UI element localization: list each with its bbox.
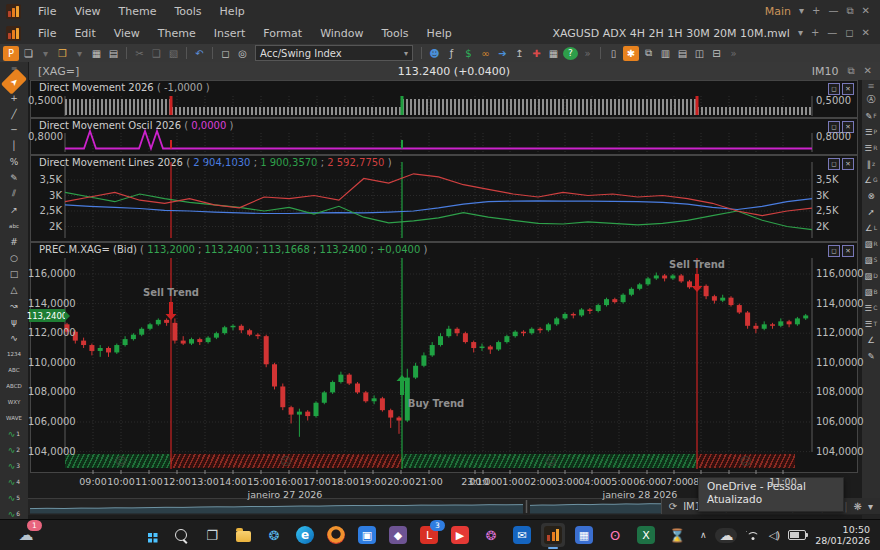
fibonacci-tool[interactable]: ✎F xyxy=(863,108,879,123)
menu-help[interactable]: Help xyxy=(418,24,461,43)
refresh-icon[interactable]: ⟳ xyxy=(669,501,677,512)
zigzag-4-tool[interactable]: ∿4 xyxy=(3,474,25,489)
onedrive-cloud-icon[interactable]: ☁ xyxy=(715,528,737,543)
wave-count-tool[interactable]: WAVE xyxy=(3,410,25,425)
wifi-icon[interactable] xyxy=(746,531,759,540)
fib-projection-tool[interactable]: ☰P xyxy=(863,124,879,139)
menu-file[interactable]: File xyxy=(29,24,65,43)
rows-icon[interactable]: ▤ xyxy=(675,46,690,61)
menu-theme[interactable]: Theme xyxy=(149,24,205,43)
indicator-panel-lines[interactable]: Direct Movement Lines 2026 ( 2 904,1030 … xyxy=(30,155,858,242)
menu-tools[interactable]: Tools xyxy=(373,24,418,43)
excel-icon[interactable]: X xyxy=(634,523,658,547)
vertical-line-tool[interactable]: │ xyxy=(3,138,25,153)
trend-arrow-tool[interactable]: ➚ xyxy=(863,204,879,219)
paste-icon[interactable]: ▧ xyxy=(166,46,181,61)
pane-maximize-button[interactable]: ◻ xyxy=(828,83,840,95)
trading-app-icon[interactable] xyxy=(541,523,565,547)
doc-close-button[interactable]: ✕ xyxy=(862,28,870,38)
menu-help[interactable]: Help xyxy=(211,2,254,21)
user-icon[interactable]: ☻ xyxy=(427,46,442,61)
cut-icon[interactable]: ✂ xyxy=(132,46,147,61)
zigzag-3-tool[interactable]: ∿3 xyxy=(3,458,25,473)
numbers-wave-tool[interactable]: 1234 xyxy=(3,346,25,361)
undo-icon[interactable]: ↶ xyxy=(192,46,207,61)
chevron-down-icon[interactable]: ▾ xyxy=(799,6,804,16)
rectangle-tool[interactable]: □ xyxy=(3,266,25,281)
horizontal-line-tool[interactable]: ─ xyxy=(3,122,25,137)
arrow-icon[interactable]: ➔ xyxy=(495,46,510,61)
indicator-combo[interactable]: Acc/Swing Index▾ xyxy=(255,45,413,61)
browser-ring-icon[interactable] xyxy=(324,523,348,547)
add-window-button[interactable]: + xyxy=(812,6,820,16)
pane-close-button[interactable]: ✕ xyxy=(842,158,854,170)
layers-icon[interactable]: ⧉ xyxy=(641,46,656,61)
ray-tool[interactable]: ↗ xyxy=(3,202,25,217)
shield-app-icon[interactable]: ◆ xyxy=(386,523,410,547)
table-icon[interactable]: ▦ xyxy=(546,46,561,61)
print-icon[interactable]: ▤ xyxy=(106,46,121,61)
abcd-wave-tool[interactable]: ABCD xyxy=(3,378,25,393)
pencil-tool[interactable]: ✎ xyxy=(3,170,25,185)
menu-view[interactable]: View xyxy=(65,2,109,21)
edit-tool[interactable]: ✎ xyxy=(863,348,879,363)
close-button[interactable]: ✕ xyxy=(862,6,870,16)
ellipse-tool[interactable]: ○ xyxy=(3,250,25,265)
columns-icon[interactable]: ▥ xyxy=(658,46,673,61)
minimize-button[interactable]: — xyxy=(828,6,838,16)
pane-maximize-button[interactable]: ◻ xyxy=(828,245,840,257)
gear-icon[interactable]: ✱ xyxy=(623,46,639,61)
zone-channel-tool[interactable]: ∥z xyxy=(863,156,879,171)
target-icon[interactable]: ✚ xyxy=(529,46,544,61)
edge-browser-icon[interactable]: e xyxy=(293,523,317,547)
instrument-picker[interactable]: P xyxy=(3,46,19,61)
percent-line-tool[interactable]: % xyxy=(3,154,25,169)
search-button-icon[interactable] xyxy=(169,523,193,547)
calculator-app-icon[interactable]: ▦ xyxy=(572,523,596,547)
hatch-s-tool[interactable]: ▨S xyxy=(863,252,879,267)
onedrive-tray-icon[interactable]: ☁ 1 xyxy=(14,523,38,547)
pane-close-button[interactable]: ✕ xyxy=(864,66,872,76)
cycle-lines-tool[interactable]: ☰C xyxy=(863,300,879,315)
battery-icon[interactable] xyxy=(788,530,806,540)
zigzag-5-tool[interactable]: ∿5 xyxy=(3,490,25,505)
price-panel[interactable]: PREC.M.XAG= (Bid) ( 113,2000 ; 113,2400 … xyxy=(30,242,858,473)
menu-tools[interactable]: Tools xyxy=(165,2,210,21)
chevron-down-icon[interactable]: ▾ xyxy=(798,28,803,38)
doc-maximize-button[interactable]: ◻ xyxy=(845,28,853,38)
hsplit-icon[interactable]: ◫ xyxy=(692,46,707,61)
indicator-panel-direct-movement[interactable]: Direct Movement 2026 ( -1,0000 )◻✕ xyxy=(30,80,858,118)
volume-icon[interactable]: ◁) xyxy=(768,529,779,542)
angle-tool[interactable]: ∠L xyxy=(863,220,879,235)
gann-line-tool[interactable]: ∠G xyxy=(863,172,879,187)
youtube-icon[interactable]: ▶ xyxy=(448,523,472,547)
wxy-wave-tool[interactable]: WXY xyxy=(3,394,25,409)
open-icon[interactable]: ❒ xyxy=(55,46,70,61)
hatch-b-tool[interactable]: ▨B xyxy=(863,284,879,299)
save-icon[interactable]: ▦ xyxy=(89,46,104,61)
copy-icon[interactable]: ❑ xyxy=(149,46,164,61)
more-icon[interactable]: » xyxy=(580,46,595,61)
caret-icon[interactable]: ▾ xyxy=(868,501,873,512)
text-tool[interactable]: abc xyxy=(3,218,25,233)
help-icon[interactable]: ? xyxy=(563,47,578,60)
cycle-tool[interactable]: ∿ xyxy=(3,330,25,345)
binoculars-icon[interactable]: ∞ xyxy=(478,46,493,61)
arrow-tool[interactable]: ↝ xyxy=(3,298,25,313)
menu-edit[interactable]: Edit xyxy=(65,24,104,43)
zoom-doc-icon[interactable]: ◎ xyxy=(235,46,250,61)
dollar-icon[interactable]: $ xyxy=(461,46,476,61)
pane-maximize-button[interactable]: ◻ xyxy=(828,158,840,170)
pane-close-button[interactable]: ✕ xyxy=(842,245,854,257)
menu-format[interactable]: Format xyxy=(254,24,311,43)
outlook-icon[interactable]: ✉ xyxy=(510,523,534,547)
gann-fan-tool[interactable]: ⊗ xyxy=(863,188,879,203)
zigzag-2-tool[interactable]: ∿2 xyxy=(3,442,25,457)
more-icon[interactable]: » xyxy=(726,46,741,61)
frame-icon[interactable]: ◻ xyxy=(218,46,233,61)
triangle-tool[interactable]: △ xyxy=(3,282,25,297)
zigzag-1-tool[interactable]: ∿1 xyxy=(3,426,25,441)
doc-minimize-button[interactable]: — xyxy=(827,28,837,38)
copilot-2-icon[interactable]: ❂ xyxy=(479,523,503,547)
hatch-r-tool[interactable]: ▨R xyxy=(863,236,879,251)
